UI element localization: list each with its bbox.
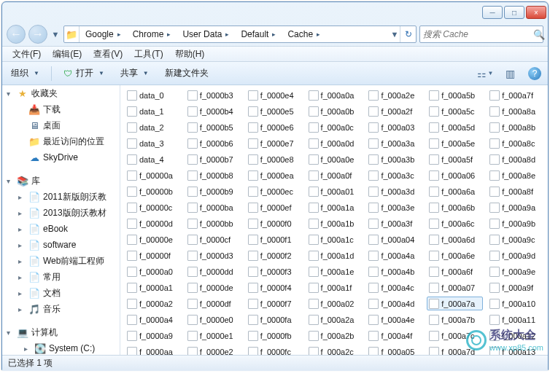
file-item[interactable]: f_000a4b	[366, 264, 422, 278]
file-item[interactable]: f_0000f7	[246, 297, 302, 310]
new-folder-button[interactable]: 新建文件夹	[160, 65, 213, 82]
file-item[interactable]: f_000a2e	[366, 88, 422, 102]
file-item[interactable]: f_000a8c	[487, 136, 543, 150]
file-item[interactable]: f_000a01	[306, 184, 363, 198]
file-item[interactable]: f_000a0a	[306, 88, 363, 102]
history-dropdown[interactable]: ▼	[50, 26, 61, 42]
file-item[interactable]: f_00000a	[125, 168, 181, 182]
file-item[interactable]: f_000a6b	[427, 200, 483, 214]
file-item[interactable]: f_0000ef	[246, 200, 302, 214]
back-button[interactable]: ←	[7, 25, 26, 44]
file-item[interactable]: f_0000f0	[246, 216, 302, 230]
tree-item-eBook[interactable]: ▸📄eBook	[2, 221, 120, 237]
file-item[interactable]: f_000a05	[366, 345, 422, 355]
file-item[interactable]: f_000a6d	[427, 232, 483, 246]
file-item[interactable]: f_000a4d	[366, 297, 422, 310]
file-item[interactable]: f_000a1b	[306, 216, 363, 230]
file-item[interactable]: data_4	[125, 152, 181, 166]
file-item[interactable]: f_000a8d	[487, 152, 543, 166]
file-item[interactable]: f_000a6f	[427, 264, 483, 278]
file-item[interactable]: f_000a7b	[427, 313, 483, 326]
file-item[interactable]: f_000a5b	[427, 88, 483, 102]
file-item[interactable]: f_0000a9	[125, 329, 181, 342]
file-item[interactable]: f_0000d3	[185, 248, 241, 262]
titlebar[interactable]: ─ □ ×	[2, 2, 548, 23]
file-item[interactable]: f_000a13	[487, 345, 543, 355]
file-item[interactable]: data_2	[125, 120, 181, 134]
tree-item-SkyDrive[interactable]: ☁SkyDrive	[2, 149, 120, 165]
file-item[interactable]: f_000a0d	[306, 136, 363, 150]
file-item[interactable]: f_00000e	[125, 232, 181, 246]
file-item[interactable]: data_3	[125, 136, 181, 150]
breadcrumb-default[interactable]: Default▸	[235, 26, 282, 42]
file-item[interactable]: f_0000dd	[185, 264, 241, 278]
file-item[interactable]: f_0000fb	[246, 329, 302, 342]
breadcrumb-chrome[interactable]: Chrome▸	[127, 26, 177, 42]
tree-item-2011新版朗沃教[interactable]: ▸📄2011新版朗沃教	[2, 189, 120, 205]
file-item[interactable]: f_0000b7	[185, 152, 241, 166]
tree-item-最近访问的位置[interactable]: 📁最近访问的位置	[2, 133, 120, 149]
file-item[interactable]: f_0000e0	[185, 313, 241, 326]
file-item[interactable]: f_0000b3	[185, 88, 241, 102]
file-item[interactable]: f_000a8b	[487, 120, 543, 134]
tree-item-文档[interactable]: ▸📄文档	[2, 285, 120, 301]
file-item[interactable]: f_0000fc	[246, 345, 302, 355]
file-item[interactable]: f_000a3d	[366, 184, 422, 198]
file-item[interactable]: f_000a3f	[366, 216, 422, 230]
file-item[interactable]: f_000a9a	[487, 200, 543, 214]
menu-帮助[interactable]: 帮助(H)	[169, 47, 211, 61]
file-pane[interactable]: data_0data_1data_2data_3data_4f_00000af_…	[120, 85, 548, 355]
file-item[interactable]: f_0000aa	[125, 345, 181, 355]
file-item[interactable]: f_0000f1	[246, 232, 302, 246]
file-item[interactable]: f_0000de	[185, 281, 241, 294]
file-item[interactable]: f_000a3a	[366, 136, 422, 150]
file-item[interactable]: f_0000e1	[185, 329, 241, 342]
file-item[interactable]: f_000a0e	[306, 152, 363, 166]
file-item[interactable]: f_0000ec	[246, 184, 302, 198]
file-item[interactable]: f_000a9d	[487, 248, 543, 262]
tree-item-下载[interactable]: 📥下载	[2, 101, 120, 117]
tree-libraries[interactable]: ▾📚库	[2, 173, 120, 189]
file-item[interactable]: f_000a2c	[306, 345, 363, 355]
file-item[interactable]: f_000a4a	[366, 248, 422, 262]
tree-systemc[interactable]: ▸💽System (C:)	[2, 340, 120, 355]
file-item[interactable]: f_000a5e	[427, 136, 483, 150]
file-item[interactable]: f_000a10	[487, 297, 543, 310]
file-item[interactable]: f_000a1f	[306, 281, 363, 294]
minimize-button[interactable]: ─	[482, 6, 503, 19]
file-item[interactable]: f_0000a4	[125, 313, 181, 326]
file-item[interactable]: f_000a1a	[306, 200, 363, 214]
menu-工具[interactable]: 工具(T)	[128, 47, 169, 61]
refresh-button[interactable]: ↻	[400, 26, 416, 42]
file-item[interactable]: f_000a4f	[366, 329, 422, 342]
file-item[interactable]: data_0	[125, 88, 181, 102]
maximize-button[interactable]: □	[504, 6, 524, 19]
file-item[interactable]: f_000a3e	[366, 200, 422, 214]
file-item[interactable]: f_000a11	[487, 313, 543, 326]
file-item[interactable]: f_00000f	[125, 248, 181, 262]
file-item[interactable]: f_000a9f	[487, 281, 543, 294]
file-item[interactable]: f_0000a0	[125, 264, 181, 278]
file-item[interactable]: f_000a2f	[366, 104, 422, 118]
file-item[interactable]: f_0000fa	[246, 313, 302, 326]
file-item[interactable]: f_000a6a	[427, 184, 483, 198]
file-item[interactable]: f_0000a2	[125, 297, 181, 310]
menu-编辑[interactable]: 编辑(E)	[47, 47, 88, 61]
file-item[interactable]: f_000a9b	[487, 216, 543, 230]
file-item[interactable]: f_000a3c	[366, 168, 422, 182]
tree-item-Web前端工程师[interactable]: ▸📄Web前端工程师	[2, 253, 120, 269]
file-item[interactable]: f_000a2b	[306, 329, 363, 342]
file-item[interactable]: f_000a8e	[487, 168, 543, 182]
tree-favorites[interactable]: ▾★收藏夹	[2, 85, 120, 101]
file-item[interactable]: f_0000df	[185, 297, 241, 310]
file-item[interactable]: f_0000ea	[246, 168, 302, 182]
menu-文件[interactable]: 文件(F)	[7, 47, 47, 61]
file-item[interactable]: f_000a9e	[487, 264, 543, 278]
breadcrumb-google[interactable]: Google▸	[80, 26, 127, 42]
file-item[interactable]: f_0000e8	[246, 152, 302, 166]
file-item[interactable]: f_000a7d	[427, 345, 483, 355]
address-dropdown[interactable]: ▼	[390, 26, 400, 42]
address-bar[interactable]: 📁 Google▸Chrome▸User Data▸Default▸Cache▸…	[63, 26, 417, 43]
file-item[interactable]: f_000a1c	[306, 232, 363, 246]
file-item[interactable]: f_000a0b	[306, 104, 363, 118]
